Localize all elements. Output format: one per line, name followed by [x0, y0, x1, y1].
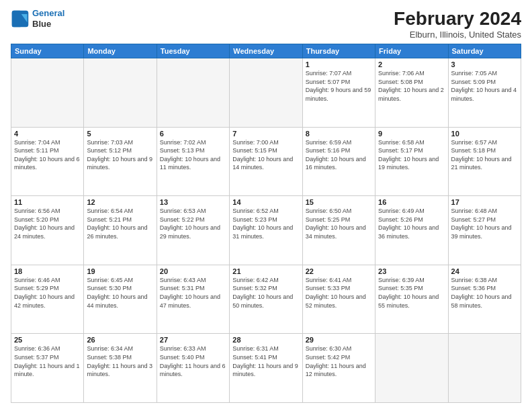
calendar-cell: 15Sunrise: 6:50 AM Sunset: 5:25 PM Dayli… — [302, 196, 375, 265]
weekday-header: Friday — [375, 44, 448, 58]
calendar-week-row: 18Sunrise: 6:46 AM Sunset: 5:29 PM Dayli… — [11, 265, 521, 334]
calendar-week-row: 25Sunrise: 6:36 AM Sunset: 5:37 PM Dayli… — [11, 334, 521, 403]
calendar-cell: 26Sunrise: 6:34 AM Sunset: 5:38 PM Dayli… — [84, 334, 157, 403]
calendar-cell: 20Sunrise: 6:43 AM Sunset: 5:31 PM Dayli… — [157, 265, 229, 334]
day-number: 6 — [160, 130, 226, 138]
calendar-cell: 23Sunrise: 6:39 AM Sunset: 5:35 PM Dayli… — [375, 265, 448, 334]
day-number: 13 — [160, 198, 226, 206]
calendar-cell: 11Sunrise: 6:56 AM Sunset: 5:20 PM Dayli… — [11, 196, 84, 265]
day-info: Sunrise: 6:38 AM Sunset: 5:36 PM Dayligh… — [451, 276, 518, 310]
calendar-cell: 12Sunrise: 6:54 AM Sunset: 5:21 PM Dayli… — [84, 196, 157, 265]
weekday-header: Sunday — [11, 44, 84, 58]
weekday-header: Saturday — [448, 44, 521, 58]
day-number: 27 — [160, 336, 226, 344]
day-info: Sunrise: 7:07 AM Sunset: 5:07 PM Dayligh… — [306, 69, 372, 103]
calendar-cell: 16Sunrise: 6:49 AM Sunset: 5:26 PM Dayli… — [375, 196, 448, 265]
day-number: 23 — [378, 267, 445, 275]
calendar-cell — [157, 58, 229, 128]
day-number: 29 — [306, 336, 372, 344]
calendar-cell: 5Sunrise: 7:03 AM Sunset: 5:12 PM Daylig… — [84, 127, 157, 196]
day-info: Sunrise: 6:53 AM Sunset: 5:22 PM Dayligh… — [160, 207, 226, 240]
calendar-week-row: 11Sunrise: 6:56 AM Sunset: 5:20 PM Dayli… — [11, 196, 521, 265]
calendar-cell: 1Sunrise: 7:07 AM Sunset: 5:07 PM Daylig… — [302, 58, 375, 128]
day-info: Sunrise: 6:42 AM Sunset: 5:32 PM Dayligh… — [232, 276, 299, 310]
day-number: 20 — [160, 267, 226, 275]
day-number: 3 — [451, 60, 518, 68]
title-block: February 2024 Elburn, Illinois, United S… — [394, 8, 521, 40]
day-info: Sunrise: 6:34 AM Sunset: 5:38 PM Dayligh… — [87, 345, 153, 378]
day-number: 24 — [451, 267, 518, 275]
day-info: Sunrise: 6:58 AM Sunset: 5:17 PM Dayligh… — [378, 138, 445, 172]
day-info: Sunrise: 6:49 AM Sunset: 5:26 PM Dayligh… — [378, 207, 445, 240]
day-info: Sunrise: 6:46 AM Sunset: 5:29 PM Dayligh… — [14, 276, 81, 310]
day-info: Sunrise: 6:59 AM Sunset: 5:16 PM Dayligh… — [306, 138, 372, 172]
day-info: Sunrise: 6:39 AM Sunset: 5:35 PM Dayligh… — [378, 276, 445, 310]
calendar-header-row: SundayMondayTuesdayWednesdayThursdayFrid… — [11, 44, 521, 58]
weekday-header: Wednesday — [230, 44, 302, 58]
calendar-cell: 3Sunrise: 7:05 AM Sunset: 5:09 PM Daylig… — [448, 58, 521, 128]
day-number: 7 — [232, 130, 299, 138]
calendar-cell: 29Sunrise: 6:30 AM Sunset: 5:42 PM Dayli… — [302, 334, 375, 403]
day-number: 25 — [14, 336, 81, 344]
calendar-cell: 14Sunrise: 6:52 AM Sunset: 5:23 PM Dayli… — [230, 196, 302, 265]
calendar-cell: 18Sunrise: 6:46 AM Sunset: 5:29 PM Dayli… — [11, 265, 84, 334]
day-info: Sunrise: 6:30 AM Sunset: 5:42 PM Dayligh… — [306, 345, 372, 378]
weekday-header: Monday — [84, 44, 157, 58]
day-info: Sunrise: 6:48 AM Sunset: 5:27 PM Dayligh… — [451, 207, 518, 240]
calendar-cell: 22Sunrise: 6:41 AM Sunset: 5:33 PM Dayli… — [302, 265, 375, 334]
calendar-cell: 17Sunrise: 6:48 AM Sunset: 5:27 PM Dayli… — [448, 196, 521, 265]
logo-text: General Blue — [32, 8, 64, 29]
day-number: 1 — [306, 60, 372, 68]
day-number: 17 — [451, 198, 518, 206]
day-number: 19 — [87, 267, 153, 275]
logo-icon — [11, 9, 30, 28]
calendar: SundayMondayTuesdayWednesdayThursdayFrid… — [11, 44, 521, 403]
day-number: 22 — [306, 267, 372, 275]
day-number: 8 — [306, 130, 372, 138]
day-info: Sunrise: 6:50 AM Sunset: 5:25 PM Dayligh… — [306, 207, 372, 240]
day-info: Sunrise: 7:04 AM Sunset: 5:11 PM Dayligh… — [14, 138, 81, 172]
svg-rect-2 — [12, 10, 21, 27]
day-number: 18 — [14, 267, 81, 275]
calendar-cell — [84, 58, 157, 128]
day-info: Sunrise: 7:03 AM Sunset: 5:12 PM Dayligh… — [87, 138, 153, 172]
calendar-cell: 9Sunrise: 6:58 AM Sunset: 5:17 PM Daylig… — [375, 127, 448, 196]
day-info: Sunrise: 6:56 AM Sunset: 5:20 PM Dayligh… — [14, 207, 81, 240]
calendar-week-row: 4Sunrise: 7:04 AM Sunset: 5:11 PM Daylig… — [11, 127, 521, 196]
calendar-cell: 24Sunrise: 6:38 AM Sunset: 5:36 PM Dayli… — [448, 265, 521, 334]
day-number: 10 — [451, 130, 518, 138]
day-number: 4 — [14, 130, 81, 138]
calendar-cell: 10Sunrise: 6:57 AM Sunset: 5:18 PM Dayli… — [448, 127, 521, 196]
day-info: Sunrise: 7:06 AM Sunset: 5:08 PM Dayligh… — [378, 69, 445, 103]
calendar-week-row: 1Sunrise: 7:07 AM Sunset: 5:07 PM Daylig… — [11, 58, 521, 128]
calendar-cell: 27Sunrise: 6:33 AM Sunset: 5:40 PM Dayli… — [157, 334, 229, 403]
calendar-cell: 25Sunrise: 6:36 AM Sunset: 5:37 PM Dayli… — [11, 334, 84, 403]
day-info: Sunrise: 6:36 AM Sunset: 5:37 PM Dayligh… — [14, 345, 81, 378]
day-number: 15 — [306, 198, 372, 206]
logo: General Blue — [11, 8, 64, 29]
day-number: 21 — [232, 267, 299, 275]
day-number: 16 — [378, 198, 445, 206]
page: General Blue February 2024 Elburn, Illin… — [0, 0, 532, 411]
header: General Blue February 2024 Elburn, Illin… — [11, 8, 521, 40]
calendar-cell: 7Sunrise: 7:00 AM Sunset: 5:15 PM Daylig… — [230, 127, 302, 196]
day-info: Sunrise: 6:33 AM Sunset: 5:40 PM Dayligh… — [160, 345, 226, 378]
day-info: Sunrise: 7:05 AM Sunset: 5:09 PM Dayligh… — [451, 69, 518, 103]
calendar-cell: 4Sunrise: 7:04 AM Sunset: 5:11 PM Daylig… — [11, 127, 84, 196]
calendar-cell — [230, 58, 302, 128]
calendar-cell: 19Sunrise: 6:45 AM Sunset: 5:30 PM Dayli… — [84, 265, 157, 334]
calendar-cell: 13Sunrise: 6:53 AM Sunset: 5:22 PM Dayli… — [157, 196, 229, 265]
calendar-cell: 28Sunrise: 6:31 AM Sunset: 5:41 PM Dayli… — [230, 334, 302, 403]
day-info: Sunrise: 6:43 AM Sunset: 5:31 PM Dayligh… — [160, 276, 226, 310]
day-info: Sunrise: 6:45 AM Sunset: 5:30 PM Dayligh… — [87, 276, 153, 310]
calendar-cell: 2Sunrise: 7:06 AM Sunset: 5:08 PM Daylig… — [375, 58, 448, 128]
day-info: Sunrise: 6:52 AM Sunset: 5:23 PM Dayligh… — [232, 207, 299, 240]
weekday-header: Thursday — [302, 44, 375, 58]
calendar-cell: 21Sunrise: 6:42 AM Sunset: 5:32 PM Dayli… — [230, 265, 302, 334]
day-info: Sunrise: 6:54 AM Sunset: 5:21 PM Dayligh… — [87, 207, 153, 240]
day-info: Sunrise: 7:00 AM Sunset: 5:15 PM Dayligh… — [232, 138, 299, 172]
calendar-cell: 6Sunrise: 7:02 AM Sunset: 5:13 PM Daylig… — [157, 127, 229, 196]
day-info: Sunrise: 6:41 AM Sunset: 5:33 PM Dayligh… — [306, 276, 372, 310]
day-number: 2 — [378, 60, 445, 68]
day-info: Sunrise: 6:57 AM Sunset: 5:18 PM Dayligh… — [451, 138, 518, 172]
